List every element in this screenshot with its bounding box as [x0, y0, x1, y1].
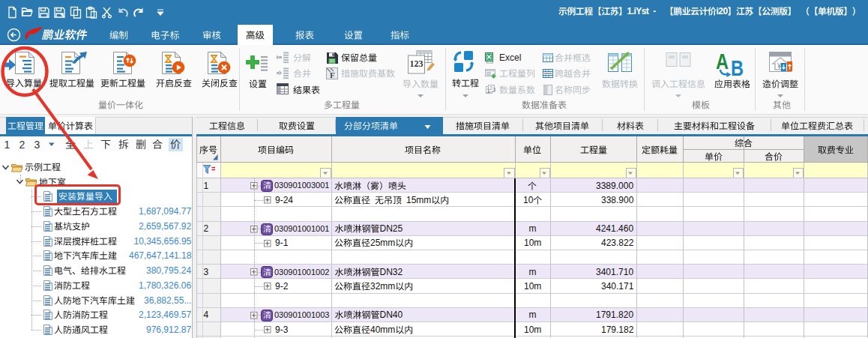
svg-text:F: F: [330, 70, 335, 79]
svg-text:2,659,567.92: 2,659,567.92: [139, 221, 191, 232]
svg-text:m: m: [529, 267, 537, 277]
svg-text:030901003001: 030901003001: [274, 181, 329, 190]
svg-text:i20: i20: [717, 6, 729, 16]
svg-text:10,345,656.95: 10,345,656.95: [134, 236, 192, 247]
svg-text:1791.820: 1791.820: [596, 310, 633, 321]
svg-text:m: m: [529, 310, 537, 321]
svg-text:10m: 10m: [524, 281, 541, 292]
svg-text:030901001002: 030901001002: [274, 268, 329, 277]
svg-text:DN40: DN40: [380, 310, 403, 321]
svg-text:32mm: 32mm: [370, 281, 395, 292]
svg-text:338.900: 338.900: [601, 195, 634, 205]
svg-text:1.iYst: 1.iYst: [627, 6, 649, 16]
svg-text:Excel: Excel: [499, 52, 521, 63]
svg-text:2: 2: [203, 224, 208, 235]
svg-text:976,912.87: 976,912.87: [146, 325, 191, 335]
svg-text:340.171: 340.171: [601, 281, 634, 292]
svg-text:3: 3: [203, 267, 208, 277]
svg-text:10m: 10m: [524, 238, 541, 249]
svg-text:-: -: [654, 6, 657, 16]
svg-text:15mm: 15mm: [406, 195, 431, 205]
svg-text:40mm: 40mm: [370, 325, 395, 335]
svg-text:423.822: 423.822: [601, 238, 634, 249]
svg-text:9-24: 9-24: [275, 195, 293, 205]
svg-text:467,647,141.18: 467,647,141.18: [129, 251, 192, 262]
svg-text:36,882,55...: 36,882,55...: [144, 295, 191, 306]
svg-text:1: 1: [203, 181, 208, 191]
svg-text:4: 4: [203, 310, 208, 321]
svg-text:9-1: 9-1: [275, 238, 289, 249]
svg-text:9-2: 9-2: [275, 281, 289, 292]
svg-text:m: m: [529, 224, 537, 235]
svg-text:A: A: [716, 49, 729, 73]
svg-text:4241.460: 4241.460: [596, 224, 633, 235]
svg-text:030901001001: 030901001001: [274, 224, 329, 233]
svg-text:030901001003: 030901001003: [274, 310, 329, 319]
svg-text:3389.000: 3389.000: [596, 181, 633, 191]
svg-text:179.182: 179.182: [601, 325, 634, 335]
svg-text:2,123,469.57: 2,123,469.57: [139, 310, 191, 321]
svg-text:¥: ¥: [777, 62, 782, 70]
svg-text:3: 3: [492, 86, 496, 93]
svg-text:25mm: 25mm: [370, 238, 395, 249]
svg-text:DN32: DN32: [380, 267, 403, 277]
svg-text:380,795.24: 380,795.24: [146, 265, 191, 276]
svg-text:3401.710: 3401.710: [596, 267, 633, 277]
svg-text:10m: 10m: [524, 325, 541, 335]
svg-text:123: 123: [410, 58, 424, 69]
svg-text:9-3: 9-3: [275, 325, 289, 335]
svg-text:10: 10: [523, 195, 534, 205]
svg-text:1,780,326.06: 1,780,326.06: [139, 280, 191, 291]
svg-text:DN25: DN25: [380, 224, 403, 235]
